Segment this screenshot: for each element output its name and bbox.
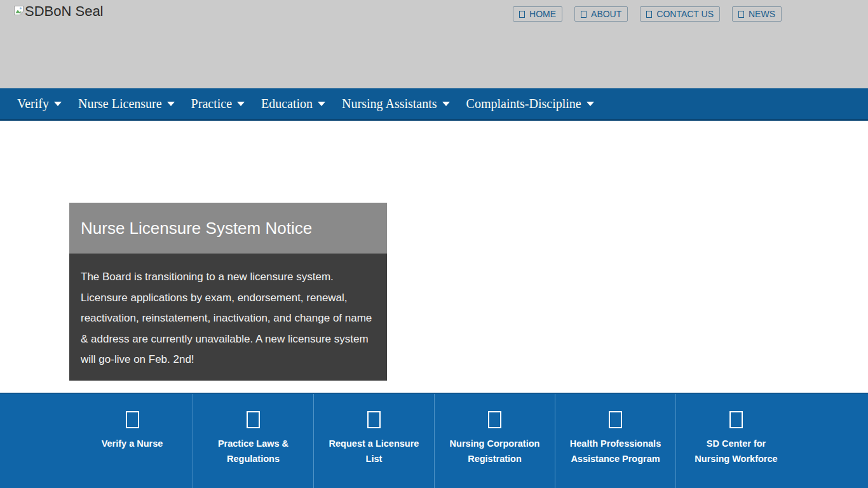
- quick-link-label: Verify a Nurse: [102, 437, 163, 452]
- chevron-down-icon: [54, 102, 62, 106]
- nav-item-label: Education: [261, 97, 313, 111]
- nav-item-nursing-assistants[interactable]: Nursing Assistants: [334, 97, 458, 111]
- top-link-about[interactable]: ABOUT: [574, 6, 628, 22]
- quick-links-row: Verify a Nurse Practice Laws & Regulatio…: [72, 394, 796, 488]
- top-header: SDBoN Seal HOME ABOUT CONTACT US NEWS: [0, 0, 868, 88]
- chevron-down-icon: [167, 102, 175, 106]
- missing-glyph-icon: [581, 11, 587, 18]
- quick-link-request-licensure-list[interactable]: Request a Licensure List: [313, 394, 434, 488]
- missing-glyph-icon: [367, 411, 381, 428]
- logo-alt-text: SDBoN Seal: [25, 3, 104, 20]
- nav-item-nurse-licensure[interactable]: Nurse Licensure: [70, 97, 183, 111]
- logo-link[interactable]: SDBoN Seal: [13, 3, 104, 20]
- nav-item-label: Nursing Assistants: [342, 97, 437, 111]
- missing-glyph-icon: [738, 11, 744, 18]
- notice-text: The Board is transitioning to a new lice…: [81, 267, 376, 370]
- notice-card-header: Nurse Licensure System Notice: [69, 203, 387, 254]
- chevron-down-icon: [442, 102, 450, 106]
- quick-link-label: Health Professionals Assistance Program: [570, 437, 661, 466]
- nav-item-education[interactable]: Education: [253, 97, 334, 111]
- missing-glyph-icon: [519, 11, 525, 18]
- missing-glyph-icon: [646, 11, 652, 18]
- chevron-down-icon: [318, 102, 325, 106]
- nav-item-label: Nurse Licensure: [78, 97, 162, 111]
- quick-link-label: Practice Laws & Regulations: [218, 437, 288, 466]
- top-link-label: ABOUT: [591, 9, 621, 19]
- notice-card-body: The Board is transitioning to a new lice…: [69, 254, 387, 381]
- quick-link-practice-laws-regulations[interactable]: Practice Laws & Regulations: [193, 394, 313, 488]
- nav-item-verify[interactable]: Verify: [9, 97, 70, 111]
- missing-glyph-icon: [247, 411, 260, 428]
- top-link-label: NEWS: [749, 9, 775, 19]
- missing-glyph-icon: [126, 411, 139, 428]
- nav-item-label: Practice: [191, 97, 232, 111]
- quick-link-nursing-corporation-registration[interactable]: Nursing Corporation Registration: [434, 394, 555, 488]
- chevron-down-icon: [587, 102, 594, 106]
- notice-title: Nurse Licensure System Notice: [81, 219, 312, 238]
- broken-image-icon: [13, 5, 24, 18]
- notice-card: Nurse Licensure System Notice The Board …: [69, 203, 387, 381]
- top-link-label: CONTACT US: [656, 9, 714, 19]
- top-link-label: HOME: [529, 9, 556, 19]
- quick-link-sd-center-nursing-workforce[interactable]: SD Center for Nursing Workforce: [675, 394, 796, 488]
- main-nav: Verify Nurse Licensure Practice Educatio…: [0, 88, 868, 121]
- chevron-down-icon: [237, 102, 245, 106]
- missing-glyph-icon: [609, 411, 622, 428]
- top-link-contact-us[interactable]: CONTACT US: [640, 6, 720, 22]
- top-utility-nav: HOME ABOUT CONTACT US NEWS: [513, 6, 782, 22]
- missing-glyph-icon: [488, 411, 501, 428]
- nav-item-label: Complaints-Discipline: [466, 97, 581, 111]
- nav-item-label: Verify: [17, 97, 49, 111]
- quick-link-health-professionals-assistance[interactable]: Health Professionals Assistance Program: [555, 394, 675, 488]
- quick-link-label: Nursing Corporation Registration: [450, 437, 540, 466]
- nav-item-practice[interactable]: Practice: [183, 97, 253, 111]
- quick-link-verify-a-nurse[interactable]: Verify a Nurse: [72, 394, 193, 488]
- quick-link-label: Request a Licensure List: [329, 437, 419, 466]
- top-link-home[interactable]: HOME: [513, 6, 562, 22]
- nav-item-complaints-discipline[interactable]: Complaints-Discipline: [458, 97, 602, 111]
- quick-link-label: SD Center for Nursing Workforce: [695, 437, 777, 466]
- top-link-news[interactable]: NEWS: [732, 6, 782, 22]
- quick-links-footer: Verify a Nurse Practice Laws & Regulatio…: [0, 393, 868, 488]
- missing-glyph-icon: [729, 411, 743, 428]
- main-content: Nurse Licensure System Notice The Board …: [0, 121, 868, 393]
